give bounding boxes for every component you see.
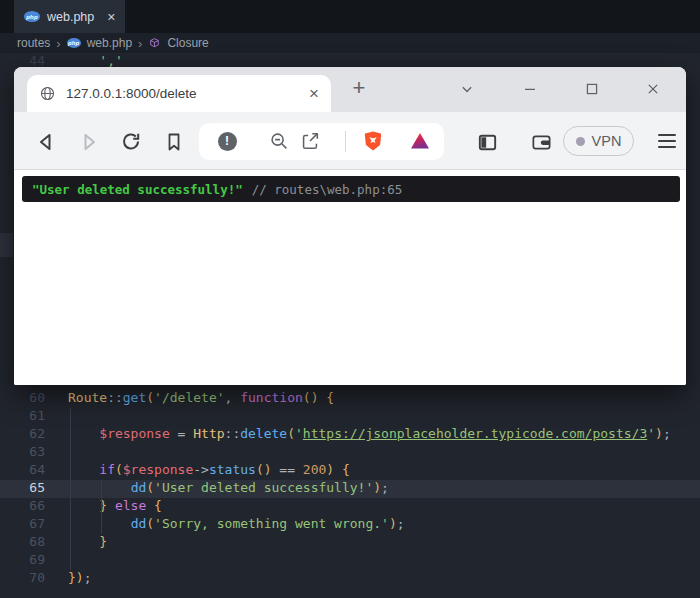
- sidebar-toggle-icon[interactable]: [474, 129, 500, 155]
- code-line-65[interactable]: 65 dd('User deleted successfully!');: [0, 480, 700, 498]
- minimize-button[interactable]: [518, 77, 542, 101]
- indent-guide: [70, 408, 71, 570]
- reload-button[interactable]: [118, 129, 144, 155]
- bookmark-icon[interactable]: [161, 129, 187, 155]
- code-line-67[interactable]: 67 dd('Sorry, something went wrong.');: [0, 516, 700, 534]
- code-editor[interactable]: 60Route::get('/delete', function() {6162…: [0, 390, 700, 588]
- screen: php web.php × routes › php web.php › Clo…: [0, 0, 700, 598]
- code-line-70[interactable]: 70});: [0, 570, 700, 588]
- site-info-icon[interactable]: !: [214, 128, 240, 154]
- back-button[interactable]: [33, 129, 59, 155]
- line-number: 66: [0, 498, 45, 516]
- dd-output-message: "User deleted successfully!": [32, 182, 243, 197]
- line-number: 70: [0, 570, 45, 588]
- address-bar[interactable]: !: [199, 123, 444, 160]
- menu-hamburger-icon[interactable]: [658, 132, 676, 150]
- divider: [345, 131, 346, 152]
- browser-tab[interactable]: 127.0.0.1:8000/delete ×: [27, 75, 331, 112]
- browser-viewport: "User deleted successfully!" // routes\w…: [14, 170, 686, 385]
- code-text: } else {: [68, 498, 162, 516]
- wallet-icon[interactable]: [528, 129, 554, 155]
- dd-output-bar: "User deleted successfully!" // routes\w…: [22, 176, 680, 202]
- maximize-button[interactable]: [580, 77, 604, 101]
- code-text: dd('Sorry, something went wrong.');: [68, 516, 405, 534]
- line-number: 64: [0, 462, 45, 480]
- browser-tab-title: 127.0.0.1:8000/delete: [66, 86, 299, 101]
- code-text: $response = Http::delete('https://jsonpl…: [68, 426, 671, 444]
- vscode-tab-webphp[interactable]: php web.php ×: [14, 0, 125, 33]
- line-number: 60: [0, 390, 45, 408]
- chevron-right-icon: ›: [138, 36, 142, 51]
- breadcrumb-closure[interactable]: Closure: [167, 36, 208, 50]
- php-file-icon: php: [24, 11, 40, 22]
- share-icon[interactable]: [297, 128, 323, 154]
- indent-guide: [101, 480, 102, 534]
- code-line-69[interactable]: 69: [0, 552, 700, 570]
- vscode-tab-bar: php web.php ×: [0, 0, 700, 33]
- code-text: Route::get('/delete', function() {: [68, 390, 334, 408]
- new-tab-button[interactable]: +: [346, 74, 372, 102]
- brave-shields-icon[interactable]: [360, 128, 386, 154]
- code-line-66[interactable]: 66 } else {: [0, 498, 700, 516]
- symbol-closure-icon: [148, 37, 161, 50]
- tab-close-icon[interactable]: ×: [107, 10, 115, 24]
- vpn-label: VPN: [592, 133, 622, 149]
- globe-icon: [39, 85, 56, 102]
- browser-tab-strip: 127.0.0.1:8000/delete × +: [14, 67, 686, 112]
- code-text: if($response->status() == 200) {: [68, 462, 350, 480]
- code-line-64[interactable]: 64 if($response->status() == 200) {: [0, 462, 700, 480]
- tab-search-chevron-icon[interactable]: [455, 77, 479, 101]
- line-number: 65: [0, 480, 45, 498]
- line-number: 68: [0, 534, 45, 552]
- vpn-button[interactable]: VPN: [563, 126, 634, 156]
- code-line-60[interactable]: 60Route::get('/delete', function() {: [0, 390, 700, 408]
- close-window-button[interactable]: [641, 77, 665, 101]
- editor-left-artifact: [0, 233, 13, 257]
- code-line-62[interactable]: 62 $response = Http::delete('https://jso…: [0, 426, 700, 444]
- breadcrumb-webphp[interactable]: web.php: [87, 36, 132, 50]
- code-text: dd('User deleted successfully!');: [68, 480, 389, 498]
- forward-button[interactable]: [76, 129, 102, 155]
- tab-close-icon[interactable]: ×: [309, 85, 319, 102]
- line-number: 67: [0, 516, 45, 534]
- zoom-out-icon[interactable]: [266, 128, 292, 154]
- line-number: 63: [0, 444, 45, 462]
- code-text: }: [68, 534, 107, 552]
- chevron-right-icon: ›: [56, 36, 60, 51]
- breadcrumb-routes[interactable]: routes: [17, 36, 50, 50]
- line-number: 61: [0, 408, 45, 426]
- browser-window: 127.0.0.1:8000/delete × +: [14, 67, 686, 385]
- breadcrumb: routes › php web.php › Closure: [0, 33, 700, 53]
- line-number: 62: [0, 426, 45, 444]
- dd-output-location: // routes\web.php:65: [252, 182, 403, 197]
- brave-rewards-bat-icon[interactable]: [407, 128, 433, 154]
- code-text: });: [68, 570, 91, 588]
- php-file-icon: php: [67, 38, 81, 48]
- vscode-tab-label: web.php: [47, 10, 94, 24]
- vpn-status-dot: [576, 137, 585, 146]
- browser-toolbar: !: [14, 112, 686, 170]
- code-line-63[interactable]: 63: [0, 444, 700, 462]
- line-number: 69: [0, 552, 45, 570]
- code-line-68[interactable]: 68 }: [0, 534, 700, 552]
- code-line-61[interactable]: 61: [0, 408, 700, 426]
